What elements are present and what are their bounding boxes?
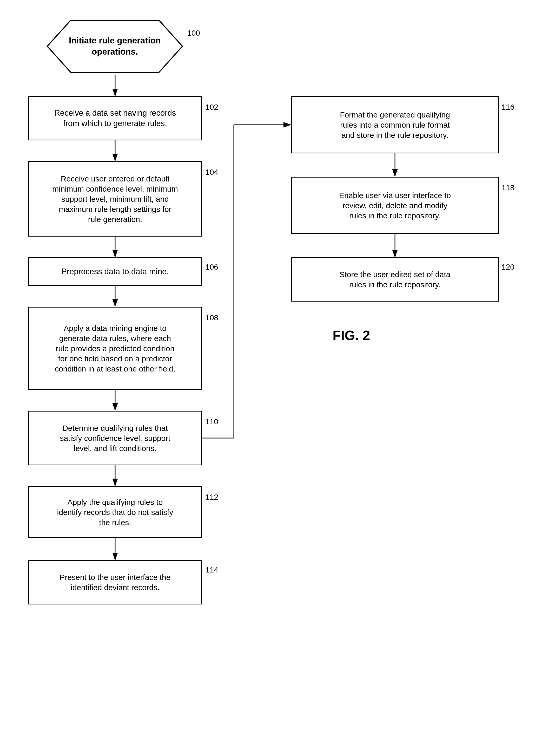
node-106: Preprocess data to data mine.: [28, 257, 202, 286]
label-102: 102: [205, 103, 218, 111]
node-108: Apply a data mining engine to generate d…: [28, 307, 202, 390]
node-118: Enable user via user interface to review…: [291, 177, 499, 234]
node-116: Format the generated qualifying rules in…: [291, 96, 499, 153]
label-116: 116: [501, 103, 515, 111]
label-104: 104: [205, 168, 218, 177]
node-100-label: Initiate rule generation operations.: [69, 35, 161, 57]
node-118-label: Enable user via user interface to review…: [339, 190, 451, 221]
node-120: Store the user edited set of data rules …: [291, 257, 499, 302]
node-110: Determine qualifying rules that satisfy …: [28, 411, 202, 465]
node-116-label: Format the generated qualifying rules in…: [340, 110, 450, 140]
node-110-label: Determine qualifying rules that satisfy …: [60, 423, 170, 453]
node-120-label: Store the user edited set of data rules …: [340, 269, 451, 290]
label-120: 120: [501, 263, 515, 272]
label-112: 112: [205, 493, 218, 502]
label-100: 100: [187, 29, 200, 38]
label-108: 108: [205, 313, 218, 322]
node-104: Receive user entered or default minimum …: [28, 161, 202, 237]
node-112: Apply the qualifying rules to identify r…: [28, 486, 202, 538]
node-108-label: Apply a data mining engine to generate d…: [55, 323, 175, 374]
node-104-label: Receive user entered or default minimum …: [52, 174, 178, 224]
node-112-label: Apply the qualifying rules to identify r…: [57, 497, 173, 528]
node-102: Receive a data set having records from w…: [28, 96, 202, 140]
node-106-label: Preprocess data to data mine.: [61, 267, 169, 277]
flowchart-diagram: Initiate rule generation operations. 100…: [0, 0, 535, 756]
label-114: 114: [205, 566, 218, 574]
figure-label: FIG. 2: [333, 328, 370, 343]
node-100: Initiate rule generation operations.: [45, 18, 185, 75]
node-114-label: Present to the user interface the identi…: [60, 572, 171, 593]
label-106: 106: [205, 263, 218, 272]
label-118: 118: [501, 183, 515, 192]
node-102-label: Receive a data set having records from w…: [54, 108, 176, 129]
label-110: 110: [205, 417, 218, 426]
node-114: Present to the user interface the identi…: [28, 560, 202, 604]
